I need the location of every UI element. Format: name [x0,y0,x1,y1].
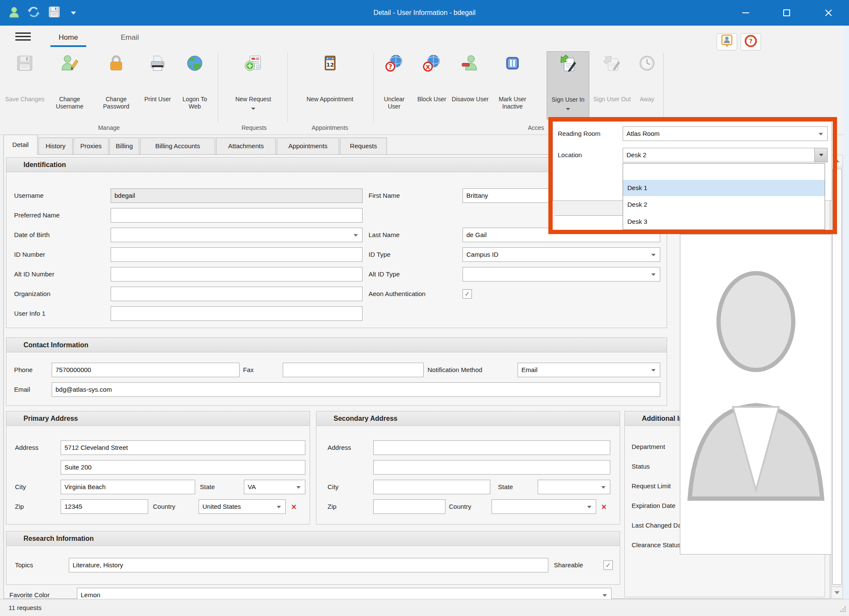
list-item[interactable] [623,164,825,180]
username-field[interactable]: bdegail [111,188,363,203]
shareable-checkbox[interactable]: ✓ [603,560,613,570]
sign-user-in-button[interactable]: Sign User In [547,51,589,120]
change-password-button[interactable]: Change Password [94,51,138,125]
field-value: Campus ID [466,251,498,258]
block-user-button[interactable]: X Block User [416,51,447,125]
scroll-down-button[interactable] [831,587,843,598]
logon-to-web-button[interactable]: Logon To Web [176,51,214,125]
address-line2-field[interactable] [373,460,610,475]
phone-field[interactable]: 7570000000 [52,363,240,377]
research-information-group: Research Information Topics Literature, … [6,531,620,585]
tab-home[interactable]: Home [50,28,86,47]
minimize-button[interactable] [733,0,758,26]
svg-text:?: ? [389,63,392,71]
country-field[interactable]: United States [199,499,286,514]
expiration-date-label: Expiration Date [632,499,676,513]
print-user-button[interactable]: Print User [141,51,174,125]
maximize-button[interactable] [774,0,799,26]
new-request-button[interactable]: New Request [225,51,281,125]
chevron-down-icon[interactable] [819,133,823,135]
tab-appointments[interactable]: Appointments [277,138,339,155]
close-button[interactable] [815,0,842,26]
disavow-user-button[interactable]: Disavow User [451,51,489,125]
obscured-form-area [553,201,623,230]
save-icon [48,6,61,20]
calendar-icon: 12 [295,54,365,73]
unclear-user-button[interactable]: ? Unclear User [378,51,410,125]
away-button[interactable]: Away [635,51,659,125]
chevron-down-icon[interactable] [354,234,358,237]
quick-access-dropdown[interactable] [67,5,79,21]
email-field[interactable]: bdg@atlas-sys.com [52,382,660,397]
aeon-authentication-checkbox[interactable]: ✓ [463,289,472,299]
id-number-field[interactable] [111,247,363,262]
address-line1-field[interactable] [373,440,610,455]
menu-button[interactable] [15,32,31,42]
zip-label: Zip [15,499,24,514]
chevron-down-icon[interactable] [603,594,607,597]
change-username-button[interactable]: Change Username [47,51,92,125]
button-label: Sign User In [547,96,589,103]
tab-requests[interactable]: Requests [340,138,387,155]
user-info-1-field[interactable] [111,306,363,321]
tab-attachments[interactable]: Attachments [216,138,276,155]
tab-proxies[interactable]: Proxies [73,138,108,155]
location-dropdown-button[interactable] [814,148,827,162]
location-select[interactable]: Desk 2 [623,148,828,162]
preferred-name-field[interactable] [111,208,363,223]
tab-email[interactable]: Email [109,28,150,47]
list-item-selected[interactable]: Desk 1 [623,180,825,196]
tab-billing-accounts[interactable]: Billing Accounts [140,138,215,155]
city-label: City [328,480,339,494]
chevron-down-icon[interactable] [601,486,606,489]
alt-id-type-field[interactable] [463,267,660,282]
help-button[interactable]: ? [741,33,761,50]
topics-field[interactable]: Literature, History [69,558,548,572]
list-item[interactable]: Desk 3 [623,213,825,230]
date-of-birth-field[interactable] [111,228,363,242]
user-card-button[interactable] [717,33,737,50]
resize-grip[interactable] [840,606,846,614]
section-title: Secondary Address [316,411,620,426]
undo-redo-button[interactable] [26,5,42,21]
chevron-down-icon[interactable] [296,486,301,489]
chevron-down-icon[interactable] [587,506,591,508]
location-label: Location [558,148,582,162]
country-field[interactable] [492,499,596,514]
state-field[interactable]: VA [244,480,305,494]
group-divider [373,53,374,122]
address-line1-field[interactable]: 5712 Cleveland Street [61,440,305,455]
department-label: Department [632,440,665,454]
scrollbar-thumb[interactable] [832,169,842,585]
arrow-up-icon [834,159,840,162]
address-line2-field[interactable]: Suite 200 [61,460,305,475]
vertical-scrollbar[interactable] [831,155,843,599]
mark-user-inactive-button[interactable]: Mark User Inactive [491,51,534,125]
alt-id-number-field[interactable] [111,267,363,282]
save-changes-button[interactable]: Save Changes [5,51,44,125]
tab-billing[interactable]: Billing [109,138,139,155]
zip-field[interactable]: 12345 [61,499,148,514]
chevron-down-icon[interactable] [651,273,656,276]
reading-room-select[interactable]: Atlas Room [623,126,828,141]
help-icon: ? [744,34,758,50]
state-field[interactable] [538,480,610,494]
quick-user-button[interactable] [6,5,22,21]
scroll-up-button[interactable] [831,155,843,167]
fax-field[interactable] [283,363,424,377]
chevron-down-icon[interactable] [651,369,656,372]
tab-history[interactable]: History [38,138,73,155]
list-item[interactable]: Desk 2 [623,196,825,213]
quick-save-button[interactable] [46,5,62,21]
id-type-field[interactable]: Campus ID [463,247,660,262]
zip-field[interactable] [373,499,445,514]
notification-method-field[interactable]: Email [518,363,660,377]
organization-field[interactable] [111,287,363,301]
sign-user-out-button[interactable]: Sign User Out [591,51,633,125]
city-field[interactable] [373,480,490,494]
new-appointment-button[interactable]: 12 New Appointment [295,51,365,125]
chevron-down-icon[interactable] [277,506,281,508]
city-field[interactable]: Virginia Beach [61,480,195,494]
tab-detail[interactable]: Detail [3,135,38,155]
chevron-down-icon[interactable] [651,254,656,256]
